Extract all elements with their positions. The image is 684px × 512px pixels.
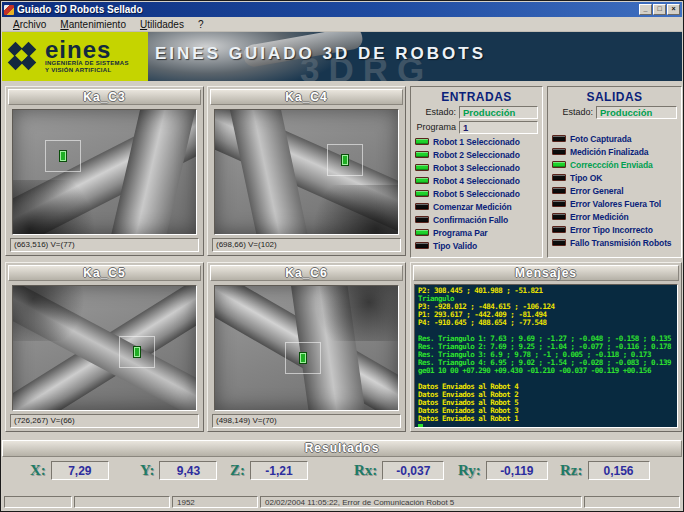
target-marker-icon (299, 352, 307, 364)
target-box (45, 140, 81, 172)
minimize-button[interactable]: _ (639, 4, 652, 15)
app-window: Guiado 3D Robots Sellado _ □ × Archivo M… (0, 0, 684, 512)
output-indicator: Error Medición (552, 210, 677, 223)
led-icon (552, 239, 566, 246)
camera-status: (726,267) V=(66) (10, 414, 199, 428)
app-icon (4, 5, 14, 15)
camera-title: Ka_C6 (210, 265, 403, 281)
z-value-field: -1,21 (250, 461, 308, 480)
close-button[interactable]: × (667, 4, 680, 15)
target-marker-icon (341, 154, 349, 166)
logo-subtitle-2: Y VISIÓN ARTIFICIAL (45, 67, 129, 74)
entradas-panel: ENTRADAS Estado: Producción Programa 1 R… (410, 86, 543, 258)
input-indicator: Robot 4 Seleccionado (415, 174, 538, 187)
camera-image[interactable] (12, 109, 197, 235)
menu-help[interactable]: ? (191, 18, 211, 31)
rz-value-field: 0,156 (588, 461, 650, 480)
estado-field: Producción (596, 106, 677, 119)
status-message: 02/02/2004 11:05:22, Error de Comunicaci… (260, 496, 582, 508)
banner-title: EINES GUIADO 3D DE ROBOTS (155, 44, 486, 64)
eines-emblem-icon (7, 42, 39, 72)
programa-label: Programa (415, 122, 459, 132)
camera-title: Ka_C5 (8, 265, 201, 281)
target-marker-icon (59, 150, 67, 162)
menu-bar: Archivo Mantenimiento Utilidades ? (2, 17, 682, 32)
input-indicator: Confirmación Fallo (415, 213, 538, 226)
estado-label: Estado: (552, 107, 596, 117)
led-icon (415, 242, 429, 249)
led-icon (552, 187, 566, 194)
mensajes-panel: Mensajes P2: 308.445 ; 401.988 ; -51.821… (410, 262, 682, 432)
input-indicator: Robot 2 Seleccionado (415, 148, 538, 161)
camera-image[interactable] (214, 109, 399, 235)
camera-status: (498,149) V=(70) (212, 414, 401, 428)
led-icon (415, 203, 429, 210)
led-icon (415, 216, 429, 223)
input-indicator: Robot 1 Seleccionado (415, 135, 538, 148)
input-indicator: Comenzar Medición (415, 200, 538, 213)
y-label: Y: (140, 462, 154, 479)
console-line: P4: -910.645 ; 488.654 ; -77.548 (418, 319, 674, 327)
camera-panel-ka-c3: Ka_C3 (663,516) V=(77) (5, 86, 204, 256)
camera-status: (698,66) V=(102) (212, 238, 401, 252)
target-box (119, 336, 155, 368)
camera-panel-ka-c6: Ka_C6 (498,149) V=(70) (207, 262, 406, 432)
output-indicator: Fallo Transmisión Robots (552, 236, 677, 249)
x-label: X: (30, 462, 46, 479)
z-label: Z: (230, 462, 245, 479)
led-icon (415, 164, 429, 171)
camera-status: (663,516) V=(77) (10, 238, 199, 252)
output-indicator: Error Tipo Incorrecto (552, 223, 677, 236)
led-icon (415, 229, 429, 236)
camera-panel-ka-c4: Ka_C4 (698,66) V=(102) (207, 86, 406, 256)
eines-wordmark: eines (45, 40, 129, 60)
led-icon (415, 138, 429, 145)
menu-mantenimiento[interactable]: Mantenimiento (53, 18, 133, 31)
menu-archivo[interactable]: Archivo (6, 18, 53, 31)
output-indicator: Foto Capturada (552, 132, 677, 145)
console-line: ge01 10 00 +07.290 +09.430 -01.210 -00.0… (418, 367, 674, 375)
led-icon (552, 174, 566, 181)
title-bar[interactable]: Guiado 3D Robots Sellado _ □ × (2, 2, 682, 17)
message-console[interactable]: P2: 308.445 ; 401.988 ; -51.821 Triangul… (414, 284, 678, 428)
y-value-field: 9,43 (159, 461, 217, 480)
menu-utilidades[interactable]: Utilidades (133, 18, 191, 31)
result-rx: Rx: -0,037 (354, 461, 444, 480)
main-content: Ka_C3 (663,516) V=(77) Ka_C4 (698,66) V=… (2, 81, 682, 510)
led-icon (415, 151, 429, 158)
input-indicator: Tipo Valido (415, 239, 538, 252)
input-indicator: Robot 5 Seleccionado (415, 187, 538, 200)
banner-artwork: 3DRG EINES GUIADO 3D DE ROBOTS (148, 32, 682, 81)
input-indicator: Robot 3 Seleccionado (415, 161, 538, 174)
resultados-row: X: 7,29 Y: 9,43 Z: -1,21 Rx: -0,037 Ry: … (2, 461, 682, 487)
eines-logo: eines INGENIERÍA DE SISTEMAS Y VISIÓN AR… (2, 32, 148, 81)
estado-label: Estado: (415, 107, 459, 117)
result-ry: Ry: -0,119 (458, 461, 548, 480)
programa-field[interactable]: 1 (459, 121, 538, 134)
ry-label: Ry: (458, 462, 481, 479)
maximize-button[interactable]: □ (653, 4, 666, 15)
led-icon (552, 200, 566, 207)
logo-subtitle-1: INGENIERÍA DE SISTEMAS (45, 60, 129, 67)
camera-image[interactable] (214, 285, 399, 411)
result-y: Y: 9,43 (140, 461, 217, 480)
camera-image[interactable] (12, 285, 197, 411)
led-icon (415, 190, 429, 197)
output-indicator: Error Valores Fuera Tol (552, 197, 677, 210)
status-cell-empty (74, 496, 170, 508)
led-icon (552, 161, 566, 168)
mensajes-title: Mensajes (413, 265, 679, 281)
led-icon (552, 213, 566, 220)
salidas-title: SALIDAS (552, 90, 677, 105)
camera-title: Ka_C4 (210, 89, 403, 105)
output-indicator: Tipo OK (552, 171, 677, 184)
rz-label: Rz: (560, 462, 583, 479)
resultados-header: Resultados (2, 440, 682, 457)
led-icon (552, 226, 566, 233)
status-cell-empty (584, 496, 680, 508)
led-icon (415, 177, 429, 184)
console-cursor (418, 424, 423, 428)
console-line: Datos Enviados al Robot 1 (418, 415, 674, 423)
target-box (285, 342, 321, 374)
target-marker-icon (133, 346, 141, 358)
